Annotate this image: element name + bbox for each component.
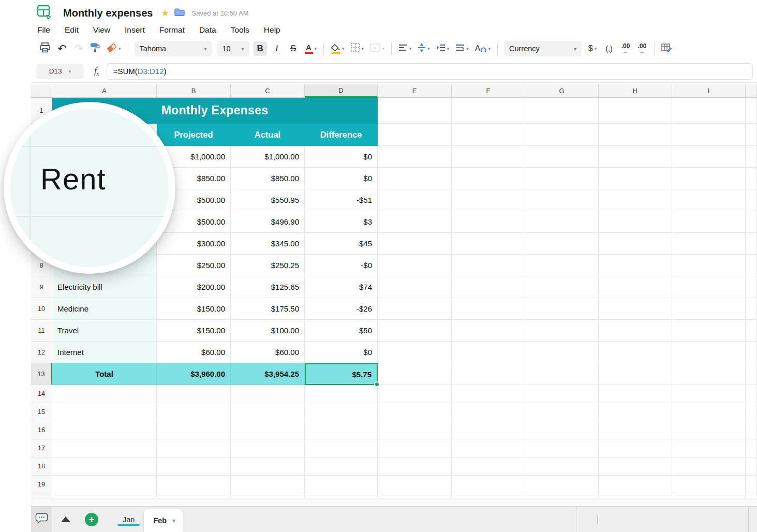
cell-C15[interactable] (231, 403, 305, 421)
grid-corner-cell[interactable] (31, 84, 52, 98)
cell-E19[interactable] (378, 476, 452, 493)
cell-B12[interactable]: $60.00 (157, 342, 231, 363)
cell-G2[interactable] (525, 124, 599, 146)
cell-G6[interactable] (525, 211, 599, 233)
cell-G15[interactable] (525, 403, 599, 421)
cell-H1[interactable] (599, 98, 672, 124)
cell-B18[interactable] (157, 457, 231, 476)
cell-H2[interactable] (599, 124, 672, 146)
cell-I12[interactable] (672, 342, 746, 363)
cell-X18[interactable] (746, 457, 757, 476)
cell-X19[interactable] (746, 476, 757, 493)
cell-D14[interactable] (305, 385, 378, 403)
cell-D13-selected[interactable]: $5.75 (305, 363, 378, 385)
cell-C4[interactable]: $850.00 (231, 168, 305, 189)
cell-C18[interactable] (231, 457, 305, 476)
cell-X13[interactable] (746, 363, 757, 385)
cell-E15[interactable] (378, 403, 452, 421)
menu-help[interactable]: Help (264, 25, 280, 35)
column-header-H[interactable]: H (599, 84, 672, 98)
cell-B16[interactable] (157, 421, 231, 439)
bold-button[interactable]: B (254, 41, 267, 56)
cell-C12[interactable]: $60.00 (231, 342, 305, 363)
cell-X9[interactable] (746, 276, 757, 298)
cell-A18[interactable] (52, 457, 157, 476)
cell-G17[interactable] (525, 439, 599, 457)
cell-C6[interactable]: $496.90 (231, 211, 305, 233)
row-header-19[interactable]: 19 (31, 476, 52, 493)
cell-A16[interactable] (52, 421, 157, 439)
cell-C9[interactable]: $125.65 (231, 276, 305, 298)
cell-A10[interactable]: Medicine (52, 298, 157, 320)
cell-B14[interactable] (157, 385, 231, 403)
cell-E1[interactable] (378, 98, 452, 124)
cell-H9[interactable] (599, 276, 672, 298)
cell-X1[interactable] (746, 98, 757, 124)
print-button[interactable] (38, 41, 52, 56)
cell-partial[interactable] (378, 493, 452, 498)
tab-scroll-handle[interactable] (597, 515, 598, 524)
cell-E5[interactable] (378, 189, 452, 211)
comments-button[interactable] (31, 507, 52, 532)
cell-F7[interactable] (452, 233, 525, 255)
cell-G5[interactable] (525, 189, 599, 211)
cell-H8[interactable] (599, 255, 672, 276)
cell-B19[interactable] (157, 476, 231, 493)
cell-E8[interactable] (378, 255, 452, 276)
clear-format-button[interactable]: ▾ (105, 41, 123, 56)
cell-B11[interactable]: $150.00 (157, 320, 231, 342)
cell-G14[interactable] (525, 385, 599, 403)
cell-E14[interactable] (378, 385, 452, 403)
menu-edit[interactable]: Edit (65, 25, 79, 35)
cell-partial[interactable] (305, 493, 378, 498)
wrap-text-button[interactable]: ▾ (454, 41, 470, 56)
cell-A11[interactable]: Travel (52, 320, 157, 342)
cell-C11[interactable]: $100.00 (231, 320, 305, 342)
cell-H17[interactable] (599, 439, 672, 457)
horizontal-scrollbar[interactable] (31, 498, 757, 506)
cell-E12[interactable] (378, 342, 452, 363)
cell-F18[interactable] (452, 457, 525, 476)
cell-E11[interactable] (378, 320, 452, 342)
currency-button[interactable]: $ ▾ (586, 41, 599, 56)
cell-C19[interactable] (231, 476, 305, 493)
cell-I1[interactable] (672, 98, 746, 124)
cell-D3[interactable]: $0 (305, 146, 378, 168)
selection-fill-handle[interactable] (374, 381, 380, 387)
column-header-G[interactable]: G (525, 84, 599, 98)
menu-insert[interactable]: Insert (125, 25, 145, 35)
cell-B13[interactable]: $3,960.00 (157, 363, 231, 385)
cell-F1[interactable] (452, 98, 525, 124)
menu-tools[interactable]: Tools (231, 25, 249, 35)
column-header-D[interactable]: D (305, 84, 378, 98)
cell-D7[interactable]: -$45 (305, 233, 378, 255)
cell-B10[interactable]: $150.00 (157, 298, 231, 320)
text-color-button[interactable]: A ▾ (303, 41, 319, 56)
cell-I5[interactable] (672, 189, 746, 211)
cell-E16[interactable] (378, 421, 452, 439)
indent-button[interactable]: ▾ (435, 41, 451, 56)
cell-C2[interactable]: Actual (231, 124, 305, 146)
column-header-B[interactable]: B (157, 84, 231, 98)
cell-G9[interactable] (525, 276, 599, 298)
cell-A19[interactable] (52, 476, 157, 493)
cell-H12[interactable] (599, 342, 672, 363)
row-header-partial[interactable] (31, 493, 52, 498)
cell-X5[interactable] (746, 189, 757, 211)
row-header-13[interactable]: 13 (31, 363, 52, 385)
cell-X15[interactable] (746, 403, 757, 421)
row-header-10[interactable]: 10 (31, 298, 52, 320)
cell-X3[interactable] (746, 146, 757, 168)
cell-F2[interactable] (452, 124, 525, 146)
cell-D5[interactable]: -$51 (305, 189, 378, 211)
column-header-E[interactable]: E (378, 84, 452, 98)
cell-G18[interactable] (525, 457, 599, 476)
cell-I13[interactable] (672, 363, 746, 385)
sheet-tab-feb[interactable]: Feb ▾ (144, 509, 182, 532)
cell-G19[interactable] (525, 476, 599, 493)
cell-H15[interactable] (599, 403, 672, 421)
cell-E7[interactable] (378, 233, 452, 255)
cell-G12[interactable] (525, 342, 599, 363)
cell-X7[interactable] (746, 233, 757, 255)
italic-button[interactable]: I (270, 41, 284, 56)
